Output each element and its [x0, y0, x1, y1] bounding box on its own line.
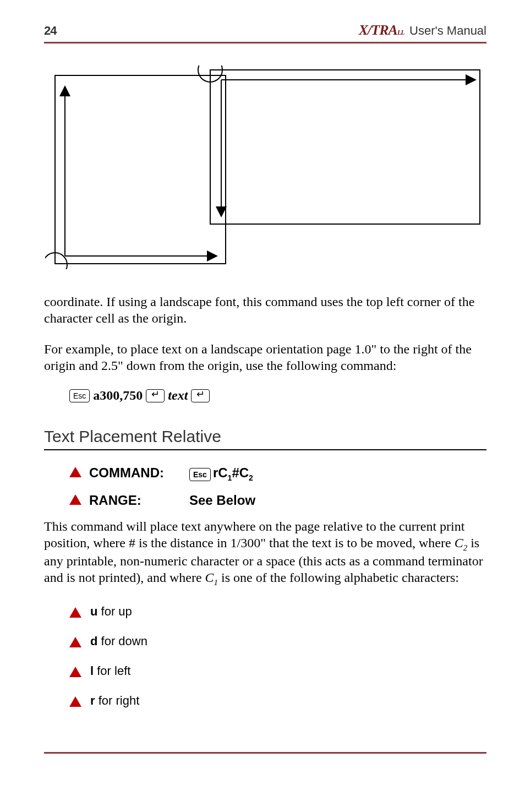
- command-meta: COMMAND: Esc rC1#C2 RANGE: See Below: [69, 465, 486, 508]
- paragraph-example-intro: For example, to place text on a landscap…: [44, 341, 486, 374]
- header-subtitle: User's Manual: [409, 24, 486, 37]
- triangle-bullet-icon: [69, 637, 81, 647]
- list-item: u for up: [69, 604, 486, 619]
- header-divider: [44, 42, 486, 43]
- section-divider: [44, 449, 486, 450]
- esc-key-icon: Esc: [189, 468, 211, 481]
- esc-key-icon: Esc: [69, 389, 90, 402]
- command-value: Esc rC1#C2: [189, 465, 253, 482]
- triangle-bullet-icon: [69, 467, 81, 477]
- triangle-bullet-icon: [69, 696, 81, 707]
- triangle-bullet-icon: [69, 607, 81, 618]
- range-label: RANGE:: [89, 493, 182, 508]
- paragraph-relative-description: This command will place text anywhere on…: [44, 518, 486, 588]
- command-code: a300,750: [93, 388, 143, 403]
- brand-logo: X/TRALL: [359, 22, 407, 38]
- command-text-placeholder: text: [168, 388, 188, 403]
- list-item: r for right: [69, 694, 486, 708]
- triangle-bullet-icon: [69, 494, 81, 505]
- triangle-bullet-icon: [69, 667, 81, 677]
- header-title: X/TRALL User's Manual: [359, 22, 486, 39]
- range-value: See Below: [189, 493, 255, 508]
- page-header: 24 X/TRALL User's Manual: [44, 22, 486, 39]
- enter-key-icon: [191, 389, 210, 402]
- enter-key-icon: [146, 389, 165, 402]
- svg-rect-0: [210, 70, 480, 224]
- coordinate-diagram: [45, 66, 486, 271]
- page: 24 X/TRALL User's Manual: [0, 0, 525, 812]
- command-row: COMMAND: Esc rC1#C2: [69, 465, 486, 482]
- svg-rect-1: [55, 75, 226, 264]
- command-example: Esc a300,750 text: [69, 388, 486, 403]
- page-number: 24: [44, 24, 56, 38]
- section-title: Text Placement Relative: [44, 427, 486, 446]
- paragraph-coordinate-note: coordinate. If using a landscape font, t…: [44, 293, 486, 326]
- range-row: RANGE: See Below: [69, 492, 486, 508]
- list-item: d for down: [69, 634, 486, 648]
- direction-list: u for up d for down l for left r for rig…: [69, 604, 486, 708]
- svg-point-2: [45, 253, 67, 269]
- list-item: l for left: [69, 664, 486, 678]
- footer-divider: [44, 752, 486, 754]
- command-label: COMMAND:: [89, 465, 182, 481]
